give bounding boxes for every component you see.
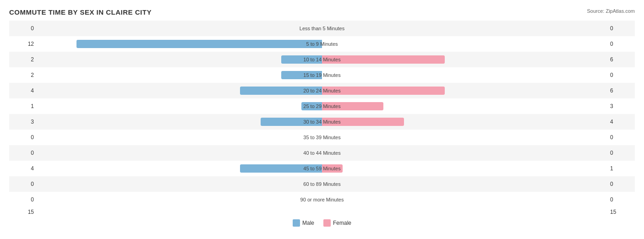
female-bar — [322, 164, 343, 173]
row-label: 60 to 89 Minutes — [303, 181, 340, 187]
table-row: 4 20 to 24 Minutes 6 — [9, 83, 635, 98]
female-value: 0 — [607, 41, 635, 47]
male-value: 2 — [9, 72, 37, 78]
female-value: 6 — [607, 87, 635, 94]
bar-section: 15 to 19 Minutes — [37, 67, 607, 83]
table-row: 0 40 to 44 Minutes 0 — [9, 145, 635, 161]
male-value: 4 — [9, 165, 37, 172]
female-value: 3 — [607, 103, 635, 109]
row-label: 40 to 44 Minutes — [303, 150, 340, 156]
female-bar — [322, 87, 445, 95]
table-row: 0 90 or more Minutes 0 — [9, 192, 635, 207]
male-value: 0 — [9, 25, 37, 32]
bar-section: 20 to 24 Minutes — [37, 83, 607, 98]
female-value: 6 — [607, 56, 635, 63]
table-row: 3 30 to 34 Minutes 4 — [9, 114, 635, 130]
female-value: 1 — [607, 165, 635, 172]
table-row: 0 35 to 39 Minutes 0 — [9, 130, 635, 145]
female-value: 0 — [607, 72, 635, 78]
male-swatch — [293, 219, 300, 227]
female-value: 4 — [607, 119, 635, 125]
male-value: 2 — [9, 56, 37, 63]
table-row: 2 10 to 14 Minutes 6 — [9, 52, 635, 67]
female-bar — [322, 102, 383, 110]
axis-left: 15 — [9, 209, 37, 215]
female-label: Female — [333, 220, 351, 226]
bar-section: 10 to 14 Minutes — [37, 52, 607, 67]
male-value: 0 — [9, 181, 37, 187]
male-bar — [301, 102, 322, 110]
bar-section: 90 or more Minutes — [37, 192, 607, 207]
legend-male: Male — [293, 219, 314, 227]
male-bar — [281, 55, 322, 64]
bar-section: 35 to 39 Minutes — [37, 130, 607, 145]
legend: Male Female — [9, 219, 635, 227]
row-label: 35 to 39 Minutes — [303, 135, 340, 140]
chart-title: COMMUTE TIME BY SEX IN CLAIRE CITY — [9, 8, 635, 16]
bar-section: 60 to 89 Minutes — [37, 176, 607, 192]
table-row: 1 25 to 29 Minutes 3 — [9, 98, 635, 114]
male-bar — [261, 118, 322, 126]
female-value: 0 — [607, 25, 635, 32]
female-value: 0 — [607, 134, 635, 141]
male-bar — [281, 71, 322, 79]
legend-female: Female — [323, 219, 351, 227]
bar-section: 45 to 59 Minutes — [37, 161, 607, 176]
bar-section: 5 to 9 Minutes — [37, 36, 607, 52]
bar-section: 40 to 44 Minutes — [37, 145, 607, 161]
table-row: 2 15 to 19 Minutes 0 — [9, 67, 635, 83]
bar-section: 30 to 34 Minutes — [37, 114, 607, 130]
female-bar — [322, 118, 404, 126]
axis-right: 15 — [607, 209, 635, 215]
row-label: Less than 5 Minutes — [300, 26, 344, 31]
male-bar — [240, 164, 322, 173]
rows-container: 0 Less than 5 Minutes 0 12 5 to 9 Minute… — [9, 21, 635, 207]
male-value: 4 — [9, 87, 37, 94]
male-value: 0 — [9, 134, 37, 141]
male-bar — [240, 87, 322, 95]
male-value: 0 — [9, 150, 37, 156]
female-value: 0 — [607, 196, 635, 203]
source-label: Source: ZipAtlas.com — [587, 8, 635, 14]
female-value: 0 — [607, 150, 635, 156]
female-bar — [322, 55, 445, 64]
female-value: 0 — [607, 181, 635, 187]
male-bar — [76, 40, 322, 48]
table-row: 0 60 to 89 Minutes 0 — [9, 176, 635, 192]
table-row: 4 45 to 59 Minutes 1 — [9, 161, 635, 176]
table-row: 12 5 to 9 Minutes 0 — [9, 36, 635, 52]
axis-row: 15 15 — [9, 207, 635, 217]
bar-section: 25 to 29 Minutes — [37, 98, 607, 114]
table-row: 0 Less than 5 Minutes 0 — [9, 21, 635, 36]
male-label: Male — [302, 220, 314, 226]
male-value: 3 — [9, 119, 37, 125]
male-value: 12 — [9, 41, 37, 47]
female-swatch — [323, 219, 331, 227]
male-value: 0 — [9, 196, 37, 203]
chart-container: COMMUTE TIME BY SEX IN CLAIRE CITY Sourc… — [0, 0, 644, 239]
bar-section: Less than 5 Minutes — [37, 21, 607, 36]
male-value: 1 — [9, 103, 37, 109]
row-label: 90 or more Minutes — [300, 197, 344, 202]
